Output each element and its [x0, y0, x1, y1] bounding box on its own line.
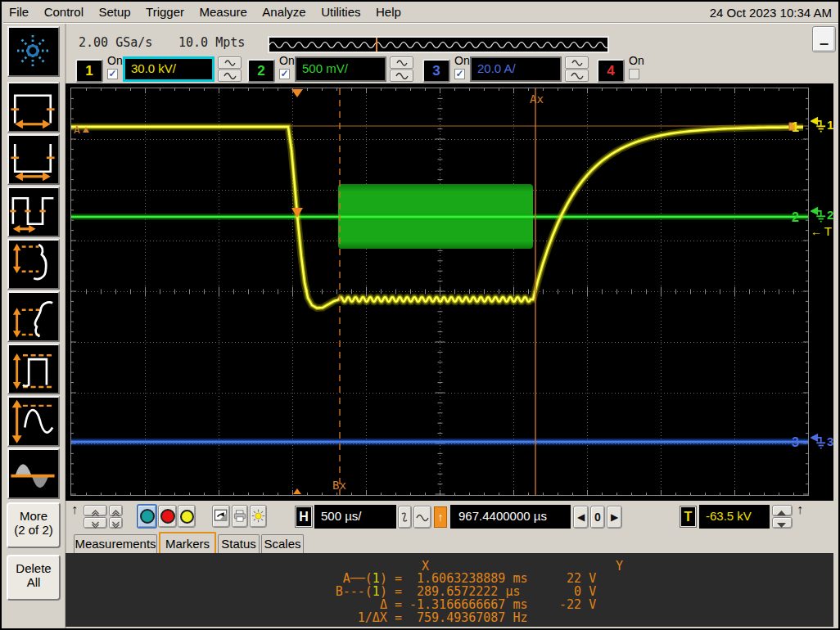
- markers-readout-panel: X Y A──(1) = 1.6063238889 ms 22 V B---(1…: [65, 553, 833, 627]
- channel-2-fine-scale-button[interactable]: [390, 56, 413, 69]
- channel-1-fine-scale-button[interactable]: [218, 56, 242, 69]
- preview-waveform: [269, 43, 607, 48]
- measure-amplitude-button[interactable]: [7, 344, 60, 394]
- channel-3-fine-scale-button[interactable]: [565, 56, 589, 69]
- position-zero-button[interactable]: 0: [590, 506, 605, 529]
- marker-a-row: A──(1) = 1.6063238889 ms 22 V: [303, 572, 596, 585]
- print-button[interactable]: [232, 505, 248, 528]
- sample-rate: 2.00 GSa/s: [79, 35, 152, 50]
- more-button[interactable]: More(2 of 2): [7, 502, 61, 548]
- trace-number-label: 2: [792, 210, 799, 224]
- fine-scroll-up-button[interactable]: [109, 505, 123, 516]
- readout-y-header: Y: [616, 559, 623, 574]
- menu-help[interactable]: Help: [370, 2, 407, 19]
- trigger-level-up-button[interactable]: [772, 505, 793, 516]
- channel-2-button[interactable]: 2: [247, 59, 275, 83]
- channel-3-scale-spinners: [565, 56, 589, 82]
- scroll-down-button[interactable]: [84, 517, 107, 529]
- timebase-position-field[interactable]: 967.4400000 µs: [450, 505, 571, 529]
- fine-scroll-down-button[interactable]: [109, 517, 123, 529]
- channel-2-on-label: On: [279, 54, 295, 67]
- timebase-fine-button[interactable]: [398, 506, 412, 529]
- channel-4-on-label: On: [629, 54, 644, 67]
- channel-1-on-checkbox[interactable]: ✓: [107, 69, 118, 79]
- menu-utilities[interactable]: Utilities: [315, 2, 366, 19]
- datetime: 24 Oct 2023 10:34 AM: [710, 6, 832, 20]
- marker-bx-label: Bx: [332, 479, 346, 492]
- minimize-button[interactable]: –: [812, 26, 836, 52]
- trigger-position-button[interactable]: ↑: [434, 506, 447, 528]
- horizontal-label: H: [295, 506, 313, 528]
- trigger-level-field[interactable]: -63.5 kV: [699, 505, 770, 529]
- marker-delta-row: Δ = -1.3166666667 ms -22 V: [303, 598, 596, 611]
- channel-4-on-checkbox[interactable]: [629, 69, 639, 79]
- memory-depth: 10.0 Mpts: [178, 35, 245, 50]
- measure-pulse-width-positive-button[interactable]: [7, 82, 60, 133]
- marker-ax-label: Ax: [530, 92, 544, 106]
- trigger-label: T: [680, 506, 697, 528]
- channel-2-coarse-scale-button[interactable]: [390, 70, 413, 82]
- pan-up-icon[interactable]: ↑: [71, 502, 78, 517]
- channel-1-scale-spinners: [218, 56, 242, 82]
- screen-copy-button[interactable]: [212, 505, 230, 528]
- spark-logo-icon: [9, 28, 56, 74]
- menu-setup[interactable]: Setup: [93, 2, 136, 19]
- tab-measurements[interactable]: Measurements: [74, 534, 157, 553]
- marker-a-label: A: [74, 124, 80, 136]
- tab-status[interactable]: Status: [218, 534, 260, 553]
- scope-graticule[interactable]: AxBxA123: [70, 88, 809, 496]
- oscilloscope-window: File Control Setup Trigger Measure Analy…: [0, 0, 840, 630]
- channel-1-button[interactable]: 1: [75, 59, 103, 83]
- menu-file[interactable]: File: [3, 2, 34, 19]
- measure-rise-time-button[interactable]: [7, 291, 60, 342]
- single-button[interactable]: [178, 505, 196, 528]
- position-right-button[interactable]: ▶: [607, 506, 622, 529]
- channel-1-ground-marker: 1: [811, 116, 833, 133]
- marker-freq-row: 1/ΔX = 759.49367087 Hz: [303, 611, 596, 624]
- trace-number-label: 3: [792, 435, 799, 449]
- channel-3-on-checkbox[interactable]: ✓: [454, 69, 465, 79]
- delete-all-button[interactable]: DeleteAll: [7, 555, 61, 601]
- channel-1-on-label: On: [107, 54, 123, 67]
- channel-2-on-checkbox[interactable]: ✓: [279, 69, 290, 79]
- trace-number-label: 1: [792, 120, 799, 134]
- timebase-scale-field[interactable]: 500 µs/: [314, 505, 396, 529]
- channel-3-ground-marker: 3: [811, 433, 833, 450]
- measure-fall-time-button[interactable]: [7, 239, 60, 290]
- measure-peak-to-peak-button[interactable]: [7, 396, 60, 447]
- channel-2-ground-marker: 2: [811, 206, 833, 223]
- trigger-level-marker: ← T: [811, 224, 832, 238]
- menu-control[interactable]: Control: [38, 2, 89, 19]
- channel-4-button[interactable]: 4: [597, 59, 625, 83]
- tab-scales[interactable]: Scales: [261, 534, 304, 553]
- position-left-button[interactable]: ◀: [573, 506, 589, 529]
- trigger-level-down-button[interactable]: [772, 517, 793, 529]
- channel-3-button[interactable]: 3: [422, 59, 450, 83]
- trigger-slope-icon[interactable]: ↑: [797, 502, 803, 517]
- channel-2-scale-spinners: [390, 56, 413, 82]
- menu-trigger[interactable]: Trigger: [140, 2, 190, 19]
- channel-1-coarse-scale-button[interactable]: [218, 70, 242, 82]
- waveform-preview[interactable]: [268, 36, 609, 53]
- channel-3-on-label: On: [454, 54, 470, 67]
- menu-measure[interactable]: Measure: [194, 2, 253, 19]
- measure-pulse-width-negative-button[interactable]: [7, 134, 60, 185]
- channel-3-coarse-scale-button[interactable]: [565, 70, 589, 82]
- marker-b-row: B---(1) = 289.6572222 µs 0 V: [303, 585, 596, 598]
- timebase-coarse-button[interactable]: [413, 506, 431, 529]
- channel-2-scale-field[interactable]: 500 mV/: [295, 56, 386, 82]
- scope-region: AxBxA123 1 2 ← T 3: [65, 83, 833, 501]
- trigger-time-marker-bottom: [293, 488, 301, 494]
- scroll-up-button[interactable]: [84, 505, 107, 516]
- menu-analyze[interactable]: Analyze: [256, 2, 311, 19]
- trigger-time-marker: [291, 89, 303, 97]
- stop-button[interactable]: [158, 505, 177, 528]
- measure-v-average-button[interactable]: [7, 448, 60, 499]
- run-button[interactable]: [137, 504, 157, 529]
- display-brightness-button[interactable]: [250, 505, 267, 528]
- tab-markers[interactable]: Markers: [159, 532, 216, 553]
- channel-3-scale-field[interactable]: 20.0 A/: [470, 56, 562, 82]
- logo-button[interactable]: [7, 26, 60, 77]
- channel-1-scale-field[interactable]: 30.0 kV/: [123, 56, 215, 82]
- measure-period-button[interactable]: [7, 187, 60, 237]
